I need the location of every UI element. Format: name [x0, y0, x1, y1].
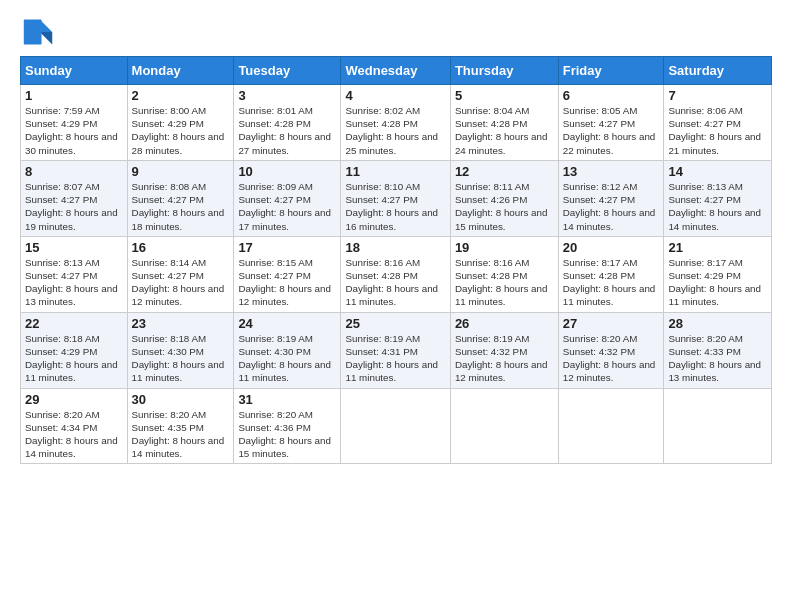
day-number: 29	[25, 392, 123, 407]
page: SundayMondayTuesdayWednesdayThursdayFrid…	[0, 0, 792, 612]
day-number: 4	[345, 88, 445, 103]
calendar-cell: 26 Sunrise: 8:19 AM Sunset: 4:32 PM Dayl…	[450, 312, 558, 388]
sunset-label: Sunset: 4:27 PM	[345, 194, 417, 205]
daylight-label: Daylight: 8 hours and 11 minutes.	[132, 359, 225, 383]
calendar-cell: 4 Sunrise: 8:02 AM Sunset: 4:28 PM Dayli…	[341, 85, 450, 161]
sunset-label: Sunset: 4:28 PM	[345, 270, 417, 281]
day-info: Sunrise: 8:13 AM Sunset: 4:27 PM Dayligh…	[668, 180, 767, 233]
calendar-cell	[558, 388, 664, 464]
daylight-label: Daylight: 8 hours and 11 minutes.	[25, 359, 118, 383]
daylight-label: Daylight: 8 hours and 12 minutes.	[563, 359, 656, 383]
day-info: Sunrise: 8:12 AM Sunset: 4:27 PM Dayligh…	[563, 180, 660, 233]
day-info: Sunrise: 8:02 AM Sunset: 4:28 PM Dayligh…	[345, 104, 445, 157]
calendar-cell: 3 Sunrise: 8:01 AM Sunset: 4:28 PM Dayli…	[234, 85, 341, 161]
sunset-label: Sunset: 4:33 PM	[668, 346, 740, 357]
day-info: Sunrise: 8:16 AM Sunset: 4:28 PM Dayligh…	[345, 256, 445, 309]
day-info: Sunrise: 8:06 AM Sunset: 4:27 PM Dayligh…	[668, 104, 767, 157]
day-info: Sunrise: 8:00 AM Sunset: 4:29 PM Dayligh…	[132, 104, 230, 157]
sunset-label: Sunset: 4:34 PM	[25, 422, 97, 433]
weekday-header-thursday: Thursday	[450, 57, 558, 85]
daylight-label: Daylight: 8 hours and 21 minutes.	[668, 131, 761, 155]
day-number: 9	[132, 164, 230, 179]
calendar-cell	[664, 388, 772, 464]
day-info: Sunrise: 8:08 AM Sunset: 4:27 PM Dayligh…	[132, 180, 230, 233]
day-info: Sunrise: 8:05 AM Sunset: 4:27 PM Dayligh…	[563, 104, 660, 157]
day-info: Sunrise: 8:20 AM Sunset: 4:35 PM Dayligh…	[132, 408, 230, 461]
daylight-label: Daylight: 8 hours and 11 minutes.	[455, 283, 548, 307]
sunset-label: Sunset: 4:26 PM	[455, 194, 527, 205]
weekday-header-sunday: Sunday	[21, 57, 128, 85]
day-number: 3	[238, 88, 336, 103]
calendar-cell: 2 Sunrise: 8:00 AM Sunset: 4:29 PM Dayli…	[127, 85, 234, 161]
sunset-label: Sunset: 4:27 PM	[668, 118, 740, 129]
calendar-cell: 15 Sunrise: 8:13 AM Sunset: 4:27 PM Dayl…	[21, 236, 128, 312]
day-number: 16	[132, 240, 230, 255]
sunset-label: Sunset: 4:32 PM	[455, 346, 527, 357]
day-number: 24	[238, 316, 336, 331]
calendar: SundayMondayTuesdayWednesdayThursdayFrid…	[20, 56, 772, 464]
calendar-cell: 10 Sunrise: 8:09 AM Sunset: 4:27 PM Dayl…	[234, 160, 341, 236]
daylight-label: Daylight: 8 hours and 13 minutes.	[25, 283, 118, 307]
day-info: Sunrise: 7:59 AM Sunset: 4:29 PM Dayligh…	[25, 104, 123, 157]
week-row-3: 15 Sunrise: 8:13 AM Sunset: 4:27 PM Dayl…	[21, 236, 772, 312]
sunrise-label: Sunrise: 8:19 AM	[345, 333, 420, 344]
sunset-label: Sunset: 4:30 PM	[238, 346, 310, 357]
daylight-label: Daylight: 8 hours and 13 minutes.	[668, 359, 761, 383]
calendar-cell: 27 Sunrise: 8:20 AM Sunset: 4:32 PM Dayl…	[558, 312, 664, 388]
calendar-cell	[341, 388, 450, 464]
calendar-cell: 9 Sunrise: 8:08 AM Sunset: 4:27 PM Dayli…	[127, 160, 234, 236]
calendar-cell	[450, 388, 558, 464]
day-number: 22	[25, 316, 123, 331]
calendar-cell: 17 Sunrise: 8:15 AM Sunset: 4:27 PM Dayl…	[234, 236, 341, 312]
sunrise-label: Sunrise: 8:10 AM	[345, 181, 420, 192]
day-number: 2	[132, 88, 230, 103]
day-info: Sunrise: 8:07 AM Sunset: 4:27 PM Dayligh…	[25, 180, 123, 233]
calendar-cell: 14 Sunrise: 8:13 AM Sunset: 4:27 PM Dayl…	[664, 160, 772, 236]
daylight-label: Daylight: 8 hours and 11 minutes.	[345, 359, 438, 383]
daylight-label: Daylight: 8 hours and 24 minutes.	[455, 131, 548, 155]
sunset-label: Sunset: 4:27 PM	[668, 194, 740, 205]
day-number: 5	[455, 88, 554, 103]
day-number: 13	[563, 164, 660, 179]
sunset-label: Sunset: 4:29 PM	[25, 346, 97, 357]
sunrise-label: Sunrise: 8:19 AM	[455, 333, 530, 344]
sunset-label: Sunset: 4:32 PM	[563, 346, 635, 357]
logo	[20, 16, 54, 48]
daylight-label: Daylight: 8 hours and 14 minutes.	[563, 207, 656, 231]
day-info: Sunrise: 8:17 AM Sunset: 4:29 PM Dayligh…	[668, 256, 767, 309]
sunrise-label: Sunrise: 8:20 AM	[563, 333, 638, 344]
day-number: 21	[668, 240, 767, 255]
sunrise-label: Sunrise: 8:16 AM	[455, 257, 530, 268]
weekday-header-wednesday: Wednesday	[341, 57, 450, 85]
sunset-label: Sunset: 4:28 PM	[345, 118, 417, 129]
calendar-cell: 8 Sunrise: 8:07 AM Sunset: 4:27 PM Dayli…	[21, 160, 128, 236]
calendar-cell: 7 Sunrise: 8:06 AM Sunset: 4:27 PM Dayli…	[664, 85, 772, 161]
day-number: 11	[345, 164, 445, 179]
daylight-label: Daylight: 8 hours and 11 minutes.	[668, 283, 761, 307]
day-number: 23	[132, 316, 230, 331]
calendar-cell: 13 Sunrise: 8:12 AM Sunset: 4:27 PM Dayl…	[558, 160, 664, 236]
daylight-label: Daylight: 8 hours and 25 minutes.	[345, 131, 438, 155]
daylight-label: Daylight: 8 hours and 15 minutes.	[455, 207, 548, 231]
week-row-2: 8 Sunrise: 8:07 AM Sunset: 4:27 PM Dayli…	[21, 160, 772, 236]
daylight-label: Daylight: 8 hours and 28 minutes.	[132, 131, 225, 155]
day-number: 27	[563, 316, 660, 331]
sunset-label: Sunset: 4:27 PM	[25, 194, 97, 205]
sunrise-label: Sunrise: 8:19 AM	[238, 333, 313, 344]
sunset-label: Sunset: 4:27 PM	[238, 194, 310, 205]
daylight-label: Daylight: 8 hours and 17 minutes.	[238, 207, 331, 231]
day-number: 26	[455, 316, 554, 331]
day-info: Sunrise: 8:13 AM Sunset: 4:27 PM Dayligh…	[25, 256, 123, 309]
weekday-header-saturday: Saturday	[664, 57, 772, 85]
sunset-label: Sunset: 4:28 PM	[455, 118, 527, 129]
day-number: 10	[238, 164, 336, 179]
sunrise-label: Sunrise: 8:17 AM	[668, 257, 743, 268]
daylight-label: Daylight: 8 hours and 14 minutes.	[668, 207, 761, 231]
svg-rect-2	[24, 20, 42, 45]
sunrise-label: Sunrise: 8:02 AM	[345, 105, 420, 116]
sunset-label: Sunset: 4:27 PM	[563, 194, 635, 205]
day-number: 31	[238, 392, 336, 407]
day-info: Sunrise: 8:01 AM Sunset: 4:28 PM Dayligh…	[238, 104, 336, 157]
header	[20, 16, 772, 48]
day-info: Sunrise: 8:19 AM Sunset: 4:30 PM Dayligh…	[238, 332, 336, 385]
